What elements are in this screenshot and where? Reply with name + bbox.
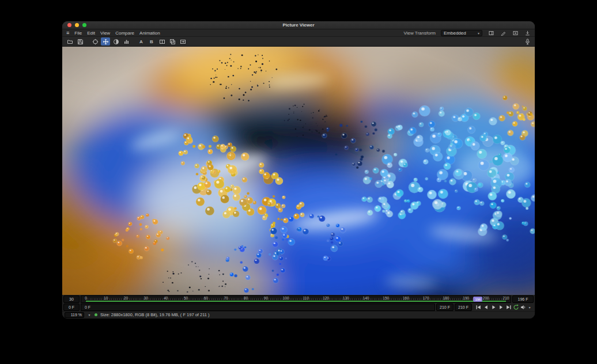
- menu-compare[interactable]: Compare: [115, 31, 134, 36]
- menu-view[interactable]: View: [100, 31, 110, 36]
- ruler-ticks: 0102030405060708090100110120130140150160…: [86, 296, 506, 302]
- range-end-field[interactable]: 210 F: [436, 304, 454, 311]
- ruler-tick-label: 10: [104, 296, 108, 300]
- zoom-dropdown-icon[interactable]: ▾: [87, 313, 92, 317]
- ruler-tick-label: 200: [483, 296, 489, 300]
- timeline-ruler[interactable]: 0102030405060708090100110120130140150160…: [81, 295, 511, 303]
- microphone-icon[interactable]: [523, 37, 532, 46]
- frame-icon[interactable]: [512, 30, 519, 36]
- picture-viewer-window: Picture Viewer ≡ File Edit View Compare …: [62, 21, 535, 318]
- open-folder-icon[interactable]: [65, 37, 74, 46]
- panel-icon[interactable]: [488, 30, 494, 36]
- ruler-tick-label: 120: [323, 296, 329, 300]
- ruler-tick-label: 100: [283, 296, 289, 300]
- range-in-label: 0 F: [85, 305, 90, 309]
- fps-field[interactable]: 30: [63, 295, 80, 303]
- ruler-tick-label: 30: [144, 296, 148, 300]
- chevron-down-icon: ▾: [478, 31, 479, 35]
- compare-split-icon[interactable]: [157, 37, 167, 46]
- compare-swap-icon[interactable]: [178, 37, 187, 46]
- play-button[interactable]: [490, 304, 497, 311]
- contrast-icon[interactable]: [111, 37, 120, 46]
- playhead-label: 196: [475, 298, 481, 301]
- render-status-dot: [95, 313, 97, 316]
- zoom-level-value: 119 %: [71, 313, 82, 317]
- goto-start-button[interactable]: [475, 304, 482, 311]
- compare-a-button[interactable]: A: [137, 37, 146, 46]
- window-titlebar[interactable]: Picture Viewer: [62, 21, 535, 29]
- menu-animation[interactable]: Animation: [139, 31, 160, 36]
- range-end-field-2[interactable]: 210 F: [455, 304, 472, 311]
- window-title: Picture Viewer: [62, 22, 535, 28]
- loop-playback-icon[interactable]: [512, 304, 519, 311]
- ruler-tick-label: 210: [503, 296, 509, 300]
- timeline-ruler-row: 30 0102030405060708090100110120130140150…: [62, 295, 535, 303]
- pan-move-icon[interactable]: [101, 37, 110, 46]
- menu-bar: ≡ File Edit View Compare Animation View …: [62, 29, 535, 37]
- ruler-tick-label: 150: [383, 296, 389, 300]
- ruler-tick-label: 60: [204, 296, 208, 300]
- ruler-tick-label: 50: [184, 296, 188, 300]
- desktop-background: Picture Viewer ≡ File Edit View Compare …: [0, 0, 597, 364]
- compare-b-button[interactable]: B: [147, 37, 156, 46]
- navigator-target-icon[interactable]: [90, 37, 100, 46]
- image-info-text: Size: 2880x1800, RGB (8 Bit), 19.76 MB, …: [100, 312, 210, 317]
- volume-speaker-icon[interactable]: [520, 304, 527, 311]
- rendered-image-canvas[interactable]: [62, 47, 535, 295]
- rendered-image: [62, 47, 535, 295]
- ruler-tick-label: 130: [343, 296, 349, 300]
- ruler-tick-label: 160: [403, 296, 409, 300]
- step-forward-button[interactable]: [497, 304, 504, 311]
- playhead[interactable]: 196: [473, 297, 482, 302]
- hamburger-menu-icon[interactable]: ≡: [66, 31, 69, 36]
- menu-edit[interactable]: Edit: [87, 31, 95, 36]
- ruler-tick-label: 90: [264, 296, 268, 300]
- ruler-tick-label: 80: [244, 296, 248, 300]
- zoom-level-field[interactable]: 119 %: [65, 312, 84, 318]
- toolbar: A B: [62, 37, 535, 47]
- compare-overlay-icon[interactable]: [168, 37, 177, 46]
- current-frame-field[interactable]: 196 F: [512, 295, 534, 303]
- save-icon[interactable]: [75, 37, 85, 46]
- view-transform-label: View Transform: [404, 31, 436, 36]
- goto-end-button[interactable]: [505, 304, 512, 311]
- ruler-tick-label: 40: [164, 296, 168, 300]
- ruler-tick-label: 110: [303, 296, 309, 300]
- histogram-icon[interactable]: [122, 37, 131, 46]
- ruler-tick-label: 20: [124, 296, 128, 300]
- ruler-tick-label: 70: [224, 296, 228, 300]
- view-transform-value: Embedded: [444, 31, 466, 36]
- menu-file[interactable]: File: [74, 31, 82, 36]
- ruler-tick-label: 190: [463, 296, 469, 300]
- ruler-tick-label: 170: [423, 296, 429, 300]
- ruler-tick-label: 140: [363, 296, 369, 300]
- preview-range-bar[interactable]: 0 F: [81, 304, 435, 311]
- range-start-field[interactable]: 0 F: [63, 304, 80, 311]
- ruler-tick-label: 0: [85, 296, 87, 300]
- transport-controls: ▾: [473, 304, 534, 311]
- step-back-button[interactable]: [482, 304, 489, 311]
- edit-pencil-icon[interactable]: [500, 30, 507, 36]
- view-transform-select[interactable]: Embedded ▾: [441, 30, 482, 36]
- volume-dropdown-icon[interactable]: ▾: [527, 304, 532, 311]
- export-download-icon[interactable]: [524, 30, 531, 36]
- status-bar: 119 % ▾ Size: 2880x1800, RGB (8 Bit), 19…: [62, 311, 535, 318]
- range-transport-row: 0 F 0 F 210 F 210 F: [62, 303, 535, 311]
- ruler-tick-label: 180: [443, 296, 449, 300]
